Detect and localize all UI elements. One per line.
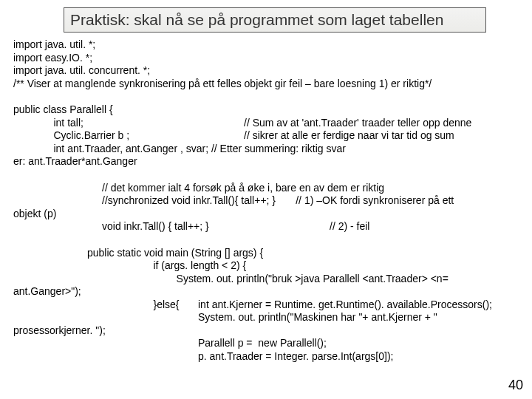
- code-line: int ant.Traader, ant.Ganger , svar; // E…: [13, 143, 519, 156]
- code-line: public class Parallell {: [13, 103, 519, 117]
- slide-title: Praktisk: skal nå se på programmet som l…: [64, 7, 486, 33]
- code-line: import java. util. concurrent. *;: [13, 64, 519, 78]
- code-area: import java. util. *; import easy.IO. *;…: [0, 38, 532, 363]
- code-comment: // 2) - feil: [330, 220, 519, 233]
- code-line: System. out. println("Maskinen har "+ an…: [198, 311, 519, 324]
- code-line: p. ant.Traader = Integer. parse.Int(args…: [198, 350, 519, 364]
- code-line: if (args. length < 2) {: [13, 259, 246, 273]
- code-line: Parallell p = new Parallell();: [198, 337, 519, 350]
- slide-title-text: Praktisk: skal nå se på programmet som l…: [70, 11, 443, 28]
- code-line: System. out. println("bruk >java Paralle…: [13, 273, 449, 286]
- code-line: int ant.Kjerner = Runtime. get.Runtime()…: [198, 299, 519, 312]
- code-line: objekt (p): [13, 208, 519, 221]
- page-number: 40: [508, 378, 523, 393]
- code-line: Cyclic.Barrier b ;: [13, 129, 244, 143]
- code-comment: // Sum av at 'ant.Traader' traader telle…: [244, 117, 519, 130]
- code-line: import java. util. *;: [13, 38, 519, 52]
- code-line: void inkr.Tall() { tall++; }: [102, 220, 330, 233]
- code-line: er: ant.Traader*ant.Ganger: [13, 155, 519, 168]
- code-comment: //synchronized void inkr.Tall(){ tall++;…: [13, 194, 454, 208]
- code-line: ant.Ganger>");: [13, 285, 519, 299]
- code-line: int tall;: [13, 117, 244, 130]
- code-line: import easy.IO. *;: [13, 52, 519, 65]
- code-line: public static void main (String [] args)…: [13, 247, 263, 260]
- code-line: /** Viser at manglende synkronisering på…: [13, 78, 519, 91]
- code-line: }else{: [87, 299, 198, 312]
- code-comment: // det kommer ialt 4 forsøk på å øke i, …: [13, 182, 384, 195]
- code-comment: // sikrer at alle er ferdige naar vi tar…: [244, 129, 519, 143]
- code-line: prosessorkjerner. ");: [13, 324, 519, 338]
